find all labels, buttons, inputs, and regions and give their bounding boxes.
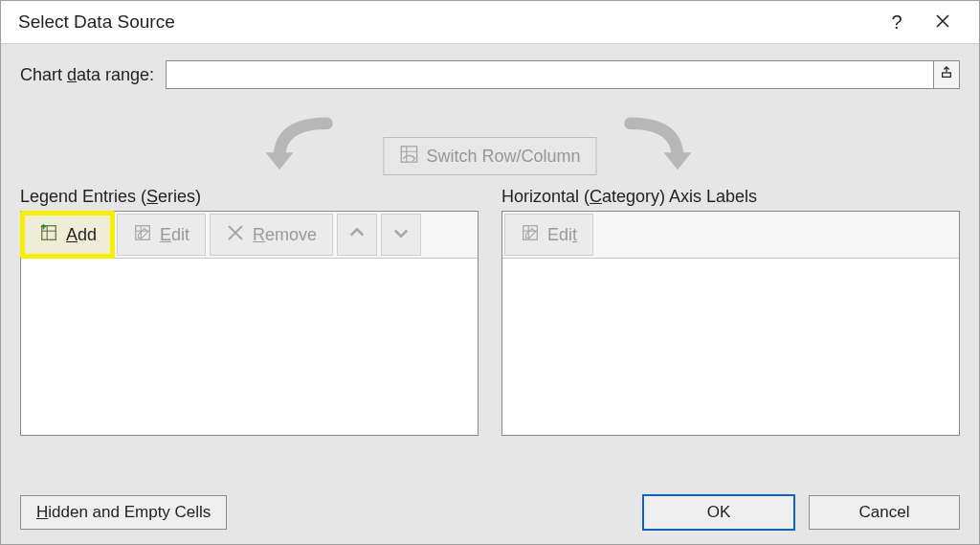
add-icon xyxy=(39,223,58,247)
legend-toolbar: Add Edit xyxy=(21,212,478,259)
legend-entries-title: Legend Entries (Series) xyxy=(20,187,479,207)
arrow-left-icon xyxy=(254,116,340,182)
titlebar: Select Data Source ? xyxy=(1,1,979,44)
axis-labels-box: Edit xyxy=(501,211,960,436)
cancel-button[interactable]: Cancel xyxy=(809,495,960,530)
edit-icon xyxy=(521,223,540,247)
range-selector-icon xyxy=(940,65,953,84)
axis-toolbar: Edit xyxy=(502,212,959,259)
axis-labels-panel: Horizontal (Category) Axis Labels xyxy=(501,187,960,436)
svg-rect-0 xyxy=(943,73,951,77)
edit-icon xyxy=(133,223,152,247)
dialog-title: Select Data Source xyxy=(18,11,175,33)
arrow-right-icon xyxy=(617,116,703,182)
switch-row-column-button[interactable]: Switch Row/Column xyxy=(383,137,596,175)
panels-row: Legend Entries (Series) xyxy=(20,187,960,436)
ok-button[interactable]: OK xyxy=(642,494,795,531)
select-data-source-dialog: Select Data Source ? Chart data range: xyxy=(0,0,980,545)
remove-icon xyxy=(226,223,245,247)
move-down-button[interactable] xyxy=(381,214,421,256)
help-icon: ? xyxy=(891,11,902,34)
legend-entries-panel: Legend Entries (Series) xyxy=(20,187,479,436)
chart-data-range-input[interactable] xyxy=(166,60,934,89)
chevron-up-icon xyxy=(347,223,367,247)
legend-series-list[interactable] xyxy=(21,259,478,435)
move-up-button[interactable] xyxy=(337,214,377,256)
help-button[interactable]: ? xyxy=(874,1,920,43)
switch-icon xyxy=(399,145,418,169)
chart-data-range-row: Chart data range: xyxy=(20,60,960,89)
close-icon xyxy=(935,11,950,34)
range-selector-button[interactable] xyxy=(934,60,960,89)
axis-labels-title: Horizontal (Category) Axis Labels xyxy=(501,187,960,207)
switch-label: Switch Row/Column xyxy=(426,147,580,167)
switch-row-area: Switch Row/Column xyxy=(20,114,960,183)
close-button[interactable] xyxy=(920,1,966,43)
add-series-button[interactable]: Add xyxy=(23,214,113,256)
remove-series-button[interactable]: Remove xyxy=(210,214,333,256)
legend-entries-box: Add Edit xyxy=(20,211,479,436)
chart-data-range-label: Chart data range: xyxy=(20,65,154,85)
chevron-down-icon xyxy=(391,223,411,247)
edit-axis-labels-button[interactable]: Edit xyxy=(504,214,593,256)
edit-series-button[interactable]: Edit xyxy=(117,214,206,256)
chart-data-range-input-wrap xyxy=(166,60,960,89)
hidden-empty-cells-button[interactable]: Hidden and Empty Cells xyxy=(20,495,227,530)
dialog-footer: Hidden and Empty Cells OK Cancel xyxy=(20,494,960,531)
axis-labels-list[interactable] xyxy=(502,259,959,435)
